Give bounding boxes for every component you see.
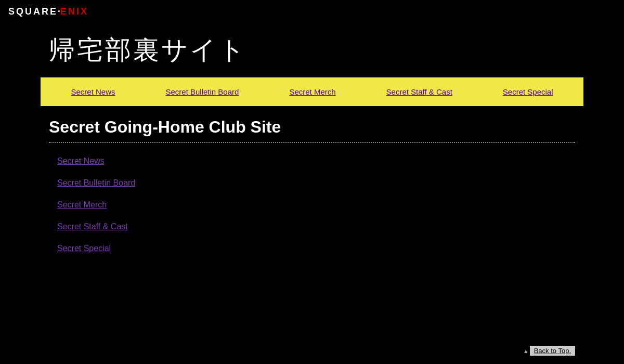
- nav-secret-news[interactable]: Secret News: [66, 87, 120, 96]
- nav-secret-special[interactable]: Secret Special: [498, 87, 558, 96]
- content-link-item-bulletin: Secret Bulletin Board: [49, 172, 575, 194]
- back-to-top-link[interactable]: Back to Top.: [530, 346, 575, 356]
- content-link-item-merch: Secret Merch: [49, 194, 575, 216]
- content-secret-special[interactable]: Secret Special: [57, 244, 111, 253]
- left-sidebar: [0, 23, 41, 364]
- logo-square: SQUARE: [8, 6, 58, 17]
- jp-title: 帰宅部裏サイト: [49, 35, 247, 64]
- content-link-item-special: Secret Special: [49, 238, 575, 259]
- body-content: Secret Going-Home Club Site Secret News …: [41, 106, 583, 364]
- square-enix-logo: SQUARE·ENIX: [8, 6, 88, 17]
- page-heading: Secret Going-Home Club Site: [49, 118, 575, 137]
- content-links: Secret News Secret Bulletin Board Secret…: [49, 150, 575, 259]
- content-secret-bulletin[interactable]: Secret Bulletin Board: [57, 178, 135, 187]
- main-wrapper: 帰宅部裏サイト Secret News Secret Bulletin Boar…: [0, 23, 624, 364]
- nav-secret-bulletin[interactable]: Secret Bulletin Board: [160, 87, 244, 96]
- content-secret-staff[interactable]: Secret Staff & Cast: [57, 222, 128, 231]
- nav-bar: Secret News Secret Bulletin Board Secret…: [41, 77, 583, 106]
- content-secret-merch[interactable]: Secret Merch: [57, 200, 107, 209]
- content-secret-news[interactable]: Secret News: [57, 157, 105, 165]
- nav-secret-merch[interactable]: Secret Merch: [284, 87, 341, 96]
- content-link-item-news: Secret News: [49, 150, 575, 172]
- logo-enix: ENIX: [60, 6, 88, 17]
- nav-secret-staff[interactable]: Secret Staff & Cast: [381, 87, 458, 96]
- separator: [49, 142, 575, 143]
- jp-title-bar: 帰宅部裏サイト: [41, 23, 583, 77]
- top-bar: SQUARE·ENIX: [0, 0, 624, 23]
- back-to-top-container: ▲ Back to Top.: [523, 346, 575, 356]
- arrow-up-icon: ▲: [523, 348, 529, 354]
- right-sidebar: [583, 23, 624, 364]
- center-content: 帰宅部裏サイト Secret News Secret Bulletin Boar…: [41, 23, 583, 364]
- content-link-item-staff: Secret Staff & Cast: [49, 216, 575, 238]
